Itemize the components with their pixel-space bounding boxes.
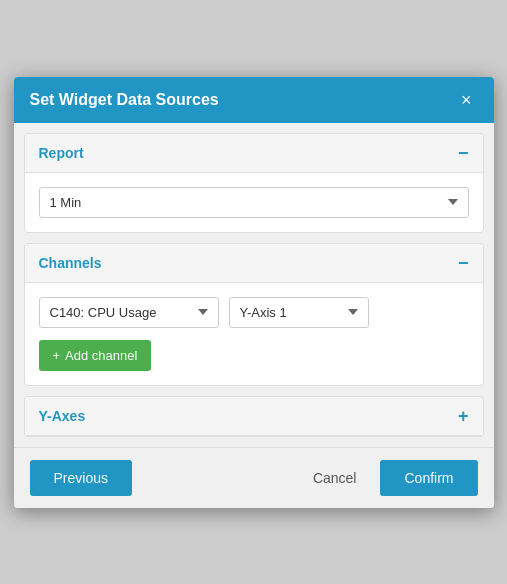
- footer-right: Cancel Confirm: [297, 460, 478, 496]
- channels-section-toggle[interactable]: −: [458, 254, 469, 272]
- yaxes-section: Y-Axes +: [24, 396, 484, 437]
- cancel-button[interactable]: Cancel: [297, 460, 373, 496]
- add-channel-button[interactable]: + Add channel: [39, 340, 152, 371]
- report-section-header: Report −: [25, 134, 483, 173]
- modal-header: Set Widget Data Sources ×: [14, 77, 494, 123]
- plus-icon: +: [53, 348, 61, 363]
- report-section-title: Report: [39, 145, 84, 161]
- yaxes-section-toggle[interactable]: +: [458, 407, 469, 425]
- report-section: Report − 1 Min 5 Min 15 Min 30 Min 1 Hou…: [24, 133, 484, 233]
- yaxis-dropdown[interactable]: Y-Axis 1 Y-Axis 2: [229, 297, 369, 328]
- report-section-toggle[interactable]: −: [458, 144, 469, 162]
- close-button[interactable]: ×: [455, 89, 478, 111]
- report-dropdown[interactable]: 1 Min 5 Min 15 Min 30 Min 1 Hour: [39, 187, 469, 218]
- yaxes-section-header: Y-Axes +: [25, 397, 483, 436]
- channels-section-header: Channels −: [25, 244, 483, 283]
- channels-section-body: C140: CPU Usage C141: Memory Usage C142:…: [25, 283, 483, 385]
- channels-section-title: Channels: [39, 255, 102, 271]
- channels-section: Channels − C140: CPU Usage C141: Memory …: [24, 243, 484, 386]
- previous-button[interactable]: Previous: [30, 460, 132, 496]
- modal-footer: Previous Cancel Confirm: [14, 447, 494, 508]
- confirm-button[interactable]: Confirm: [380, 460, 477, 496]
- modal-title: Set Widget Data Sources: [30, 91, 219, 109]
- report-section-body: 1 Min 5 Min 15 Min 30 Min 1 Hour: [25, 173, 483, 232]
- channel-row: C140: CPU Usage C141: Memory Usage C142:…: [39, 297, 469, 328]
- modal: Set Widget Data Sources × Report − 1 Min…: [14, 77, 494, 508]
- yaxes-section-title: Y-Axes: [39, 408, 86, 424]
- add-channel-label: Add channel: [65, 348, 137, 363]
- channel-dropdown[interactable]: C140: CPU Usage C141: Memory Usage C142:…: [39, 297, 219, 328]
- modal-body: Report − 1 Min 5 Min 15 Min 30 Min 1 Hou…: [14, 123, 494, 447]
